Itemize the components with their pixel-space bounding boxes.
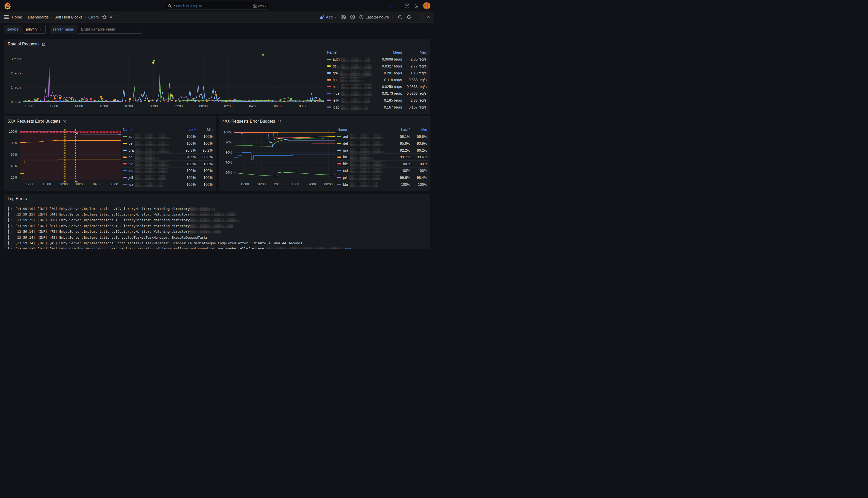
breadcrumb-item[interactable]: Self Host Blocks (54, 15, 82, 19)
zoom-out-icon[interactable] (398, 15, 403, 20)
external-link-icon[interactable] (42, 42, 46, 46)
legend-value: 100% (196, 134, 213, 139)
add-button[interactable]: Add (320, 15, 337, 19)
series-name: aut (343, 134, 348, 139)
svg-text:08:00: 08:00 (110, 182, 118, 186)
series-color-chip (123, 149, 127, 151)
menu-icon[interactable] (4, 15, 9, 19)
external-link-icon[interactable] (63, 120, 66, 123)
5xx-error-budgets-chart[interactable]: 12:0016:0020:0000:0004:0008:0020%40%60%8… (7, 126, 122, 189)
search-box[interactable]: ctrl+k (165, 2, 269, 10)
svg-text:22:00: 22:00 (174, 104, 183, 108)
expand-chevron-icon[interactable]: › (11, 207, 13, 211)
legend-row[interactable]: hle100%100% (337, 160, 428, 167)
legend-row[interactable]: aut100%100% (122, 133, 213, 140)
series-name: jell (129, 175, 133, 180)
legend-value: 98.4% (410, 175, 427, 180)
series-name: gra (343, 148, 348, 153)
service-value-dropdown[interactable]: jellyfin (23, 25, 46, 34)
rate-of-requests-chart[interactable]: 10:0012:0014:0016:0018:0020:0022:0000:00… (7, 49, 326, 110)
legend-value: 100% (177, 162, 196, 166)
share-icon[interactable] (110, 15, 115, 19)
legend-row[interactable]: del100%100% (122, 140, 213, 147)
legend-value: 100% (410, 169, 427, 173)
legend-row[interactable]: jell100%100% (122, 174, 213, 181)
variable-label: server_name (50, 25, 77, 34)
legend-row[interactable]: jell99.6%98.4% (337, 174, 428, 181)
search-input[interactable] (174, 4, 251, 8)
legend-row[interactable]: auth0.0608 req/s2.85 req/s (326, 56, 427, 63)
breadcrumb-item[interactable]: Dashboards (28, 15, 49, 19)
legend-column-header[interactable]: Name (327, 50, 372, 54)
legend-column-header[interactable]: Last * (177, 128, 196, 132)
legend-row[interactable]: lda100%100% (122, 181, 213, 188)
legend-row[interactable]: ind100%100% (337, 167, 428, 174)
legend-row[interactable]: ldap0.167 req/s0.167 req/s (326, 104, 427, 110)
expand-chevron-icon[interactable]: › (11, 247, 13, 249)
legend-row[interactable]: hled0.0250 req/s0.0333 req/s (326, 83, 427, 90)
legend-column-header[interactable]: Min (410, 128, 427, 132)
avatar[interactable] (423, 2, 430, 10)
collapse-caret-icon[interactable] (427, 15, 430, 19)
expand-chevron-icon[interactable]: › (11, 212, 13, 216)
expand-chevron-icon[interactable]: › (11, 230, 13, 234)
legend-column-header[interactable]: Max (402, 50, 427, 54)
clock-icon (359, 15, 364, 19)
legend-row[interactable]: gra0.201 req/s1.13 req/s (326, 69, 427, 77)
settings-gear-icon[interactable] (350, 14, 355, 20)
variable-label: service (4, 25, 22, 34)
legend-column-header[interactable]: Name (337, 128, 391, 132)
grafana-logo[interactable] (4, 2, 11, 10)
server-name-input[interactable] (78, 25, 142, 34)
refresh-interval-chevron[interactable] (415, 15, 418, 19)
legend-row[interactable]: lda100%100% (337, 181, 428, 188)
legend-column-header[interactable]: Min (196, 128, 213, 132)
expand-chevron-icon[interactable]: › (11, 236, 13, 239)
legend-row[interactable]: ha.84.6%80.8% (122, 154, 213, 160)
log-row: ›[14:00:10] [INF] [70] Emby.Server.Imple… (8, 206, 426, 211)
legend-row[interactable]: jelly0.185 req/s2.33 req/s (326, 97, 427, 104)
legend-row[interactable]: aut58.1%56.8% (337, 133, 428, 140)
new-button[interactable]: + (389, 3, 396, 9)
legend-value: 95.3% (177, 148, 196, 153)
legend-row[interactable]: ha.t0.118 req/s0.333 req/s (326, 76, 427, 83)
redacted-text (340, 98, 370, 103)
save-icon[interactable] (341, 15, 346, 20)
legend-row[interactable]: gra95.3%95.2% (122, 147, 213, 154)
svg-text:10:00: 10:00 (25, 104, 34, 108)
legend-value: 92.2% (391, 148, 410, 153)
redacted-text (190, 212, 236, 216)
legend-value: 100% (196, 141, 213, 145)
breadcrumb-item[interactable]: Home (12, 15, 22, 19)
legend-row[interactable]: delu0.0327 req/s2.77 req/s (326, 63, 427, 69)
legend-value: 100% (177, 175, 196, 180)
legend-row[interactable]: del95.9%93.9% (337, 140, 428, 147)
legend-row[interactable]: ha.99.7%99.6% (337, 154, 428, 160)
legend-value: 0.201 req/s (372, 71, 402, 75)
4xx-error-budgets-chart[interactable]: 12:0016:0020:0000:0004:0008:0060%70%80%9… (222, 126, 337, 189)
series-name: del (129, 141, 133, 145)
legend-column-header[interactable]: Name (123, 128, 177, 132)
external-link-icon[interactable] (277, 120, 281, 123)
redacted-text (135, 161, 171, 167)
news-rss-icon[interactable] (414, 3, 419, 9)
help-icon[interactable]: ? (404, 3, 410, 9)
redacted-text (135, 168, 168, 173)
log-row: ›[13:59:14] [INF] [45] Emby.Server.Imple… (8, 235, 426, 240)
legend-column-header[interactable]: Last * (391, 128, 410, 132)
svg-text:40%: 40% (11, 164, 17, 168)
expand-chevron-icon[interactable]: › (11, 224, 13, 228)
svg-text:00:00: 00:00 (199, 104, 208, 108)
expand-chevron-icon[interactable]: › (11, 218, 13, 222)
legend-row[interactable]: hle100%100% (122, 160, 213, 167)
legend-column-header[interactable]: Mean (372, 50, 402, 54)
favorite-star-icon[interactable] (102, 15, 107, 19)
expand-chevron-icon[interactable]: › (11, 241, 13, 245)
time-range-picker[interactable]: Last 24 hours (359, 15, 394, 19)
log-level-bar (8, 207, 9, 211)
legend-row[interactable]: inde0.0173 req/s0.0333 req/s (326, 90, 427, 97)
legend-row[interactable]: gra92.2%86.2% (337, 147, 428, 154)
legend-row[interactable]: ind100%100% (122, 167, 213, 174)
legend-value: 100% (177, 182, 196, 186)
refresh-icon[interactable] (406, 15, 411, 19)
